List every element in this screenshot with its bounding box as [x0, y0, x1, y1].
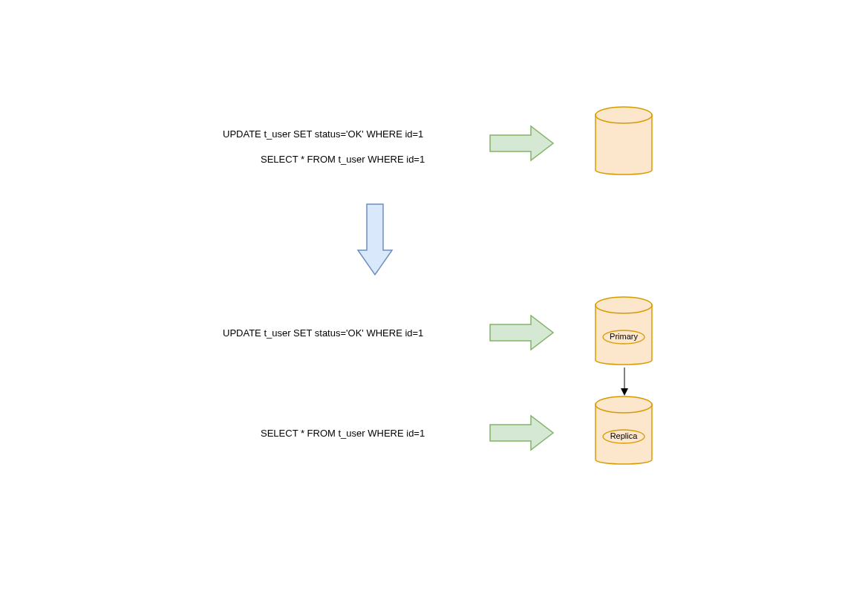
- svg-marker-10: [490, 416, 553, 450]
- svg-marker-3: [490, 316, 553, 350]
- replica-db-label: Replica: [598, 431, 650, 440]
- primary-db-label: Primary: [598, 332, 650, 341]
- top-update-sql: UPDATE t_user SET status='OK' WHERE id=1: [223, 128, 423, 140]
- svg-point-8: [595, 396, 652, 413]
- arrow-right-icon: [490, 414, 557, 451]
- svg-marker-2: [358, 204, 392, 275]
- svg-marker-0: [490, 126, 553, 160]
- svg-point-4: [595, 297, 652, 313]
- arrow-down-icon: [356, 204, 394, 278]
- database-icon: [594, 105, 653, 180]
- replication-arrow-icon: [620, 368, 629, 397]
- arrow-right-icon: [490, 314, 557, 351]
- svg-point-1: [595, 107, 652, 123]
- top-select-sql: SELECT * FROM t_user WHERE id=1: [261, 154, 425, 165]
- diagram-canvas: UPDATE t_user SET status='OK' WHERE id=1…: [0, 0, 868, 614]
- bottom-select-sql: SELECT * FROM t_user WHERE id=1: [261, 428, 425, 439]
- bottom-update-sql: UPDATE t_user SET status='OK' WHERE id=1: [223, 327, 423, 339]
- arrow-right-icon: [490, 125, 557, 162]
